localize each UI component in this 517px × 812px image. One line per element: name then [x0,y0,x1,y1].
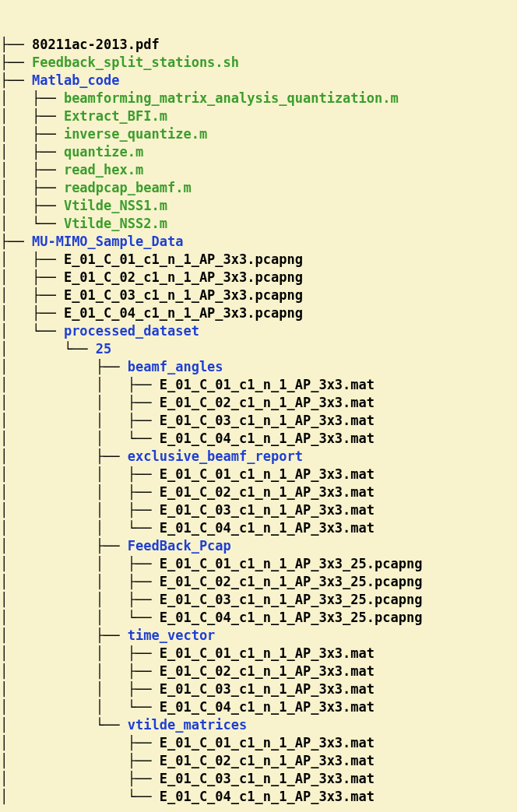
tree-prefix: │ ├── [0,304,64,322]
tree-row: │ └── E_01_C_04_c1_n_1_AP_3x3.mat [0,788,517,806]
tree-file: Vtilde_NSS2.m [64,215,167,233]
tree-prefix: ├── [0,54,32,72]
tree-row: │ └── 25 [0,340,517,358]
tree-prefix: │ │ ├── [0,376,160,394]
tree-prefix: │ │ ├── [0,394,160,412]
tree-prefix: │ ├── [0,269,64,286]
tree-row: │ ├── read_hex.m [0,161,517,179]
tree-file: Vtilde_NSS1.m [64,197,167,215]
tree-file: E_01_C_01_c1_n_1_AP_3x3.mat [160,734,375,752]
tree-file: E_01_C_01_c1_n_1_AP_3x3.mat [160,645,375,663]
tree-prefix: │ │ ├── [0,483,160,501]
tree-row: │ ├── E_01_C_03_c1_n_1_AP_3x3.mat [0,770,517,788]
tree-row: │ │ ├── E_01_C_01_c1_n_1_AP_3x3.mat [0,376,517,394]
tree-file: E_01_C_01_c1_n_1_AP_3x3.pcapng [64,251,303,269]
tree-file: E_01_C_02_c1_n_1_AP_3x3.mat [160,752,375,770]
tree-row: │ │ ├── E_01_C_01_c1_n_1_AP_3x3_25.pcapn… [0,555,517,573]
tree-file: readpcap_beamf.m [64,179,192,197]
tree-directory: exclusive_beamf_report [128,448,303,466]
tree-row: │ │ ├── E_01_C_02_c1_n_1_AP_3x3.mat [0,663,517,680]
tree-row: │ ├── beamforming_matrix_analysis_quanti… [0,90,517,107]
tree-prefix: │ ├── [0,752,160,770]
tree-prefix: │ ├── [0,90,64,107]
tree-prefix: │ │ ├── [0,591,160,609]
tree-prefix: │ ├── [0,448,128,466]
tree-file: inverse_quantize.m [64,125,207,143]
tree-row: │ └── vtilde_matrices [0,716,517,734]
tree-file: E_01_C_02_c1_n_1_AP_3x3.pcapng [64,269,303,286]
tree-row: │ ├── time_vector [0,627,517,645]
tree-prefix: │ ├── [0,125,64,143]
tree-prefix: │ └── [0,322,64,340]
tree-row: │ ├── Extract_BFI.m [0,107,517,125]
tree-file: Extract_BFI.m [64,107,167,125]
tree-prefix: │ ├── [0,107,64,125]
tree-file: E_01_C_04_c1_n_1_AP_3x3.mat [160,698,375,716]
tree-prefix: │ │ └── [0,430,160,448]
tree-file: E_01_C_02_c1_n_1_AP_3x3.mat [160,483,375,501]
tree-prefix: │ ├── [0,251,64,269]
tree-prefix: │ │ ├── [0,573,160,591]
tree-prefix: │ │ └── [0,519,160,537]
tree-file: E_01_C_01_c1_n_1_AP_3x3_25.pcapng [160,555,423,573]
tree-file: Feedback_split_stations.sh [32,54,239,72]
tree-row: │ │ ├── E_01_C_02_c1_n_1_AP_3x3.mat [0,394,517,412]
tree-file: E_01_C_03_c1_n_1_AP_3x3.mat [160,770,375,788]
tree-row: ├── Feedback_split_stations.sh [0,54,517,72]
tree-prefix: ├── [0,36,32,54]
tree-prefix: │ ├── [0,197,64,215]
tree-file: E_01_C_02_c1_n_1_AP_3x3_25.pcapng [160,573,423,591]
tree-prefix: ├── [0,233,32,251]
tree-row: │ ├── E_01_C_01_c1_n_1_AP_3x3.mat [0,734,517,752]
tree-row: │ │ ├── E_01_C_02_c1_n_1_AP_3x3.mat [0,483,517,501]
tree-row: │ ├── E_01_C_02_c1_n_1_AP_3x3.pcapng [0,269,517,286]
tree-row: │ ├── E_01_C_04_c1_n_1_AP_3x3.pcapng [0,304,517,322]
tree-prefix: ├── [0,72,32,90]
tree-file: E_01_C_03_c1_n_1_AP_3x3_25.pcapng [160,591,423,609]
tree-prefix: │ │ ├── [0,412,160,430]
tree-file: E_01_C_04_c1_n_1_AP_3x3.pcapng [64,304,303,322]
tree-row: │ └── Vtilde_NSS2.m [0,215,517,233]
tree-row: │ │ └── E_01_C_04_c1_n_1_AP_3x3.mat [0,519,517,537]
tree-row: │ ├── exclusive_beamf_report [0,448,517,466]
tree-directory: FeedBack_Pcap [128,537,231,555]
tree-row: │ │ └── E_01_C_04_c1_n_1_AP_3x3.mat [0,430,517,448]
tree-directory: vtilde_matrices [128,716,248,734]
tree-prefix: │ ├── [0,286,64,304]
tree-row: │ ├── inverse_quantize.m [0,125,517,143]
tree-file: E_01_C_04_c1_n_1_AP_3x3.mat [160,430,375,448]
tree-file: E_01_C_02_c1_n_1_AP_3x3.mat [160,663,375,680]
tree-prefix: │ │ ├── [0,645,160,663]
tree-file: 80211ac-2013.pdf [32,36,160,54]
tree-file: E_01_C_04_c1_n_1_AP_3x3.mat [160,519,375,537]
tree-row: │ ├── quantize.m [0,143,517,161]
tree-directory: time_vector [128,627,216,645]
tree-file: E_01_C_02_c1_n_1_AP_3x3.mat [160,394,375,412]
tree-row: │ │ ├── E_01_C_03_c1_n_1_AP_3x3.mat [0,680,517,698]
tree-directory: beamf_angles [128,358,223,376]
tree-directory: Matlab_code [32,72,120,90]
tree-directory: MU-MIMO_Sample_Data [32,233,183,251]
tree-prefix: │ ├── [0,161,64,179]
tree-file: beamforming_matrix_analysis_quantization… [64,90,399,107]
tree-file: E_01_C_03_c1_n_1_AP_3x3.mat [160,412,375,430]
tree-file: E_01_C_04_c1_n_1_AP_3x3.mat [160,788,375,806]
tree-file: E_01_C_01_c1_n_1_AP_3x3.mat [160,466,375,483]
tree-prefix: │ │ ├── [0,663,160,680]
tree-prefix: │ └── [0,788,160,806]
tree-row: │ ├── beamf_angles [0,358,517,376]
tree-row: │ │ └── E_01_C_04_c1_n_1_AP_3x3.mat [0,698,517,716]
tree-row: ├── MU-MIMO_Sample_Data [0,233,517,251]
tree-row: │ │ ├── E_01_C_03_c1_n_1_AP_3x3_25.pcapn… [0,591,517,609]
tree-prefix: │ │ └── [0,698,160,716]
tree-file: read_hex.m [64,161,143,179]
tree-prefix: │ ├── [0,627,128,645]
tree-row: │ ├── E_01_C_01_c1_n_1_AP_3x3.pcapng [0,251,517,269]
tree-directory: processed_dataset [64,322,199,340]
tree-row: │ ├── E_01_C_02_c1_n_1_AP_3x3.mat [0,752,517,770]
tree-prefix: │ │ └── [0,609,160,627]
tree-row: │ ├── readpcap_beamf.m [0,179,517,197]
tree-row: │ │ ├── E_01_C_03_c1_n_1_AP_3x3.mat [0,412,517,430]
tree-prefix: │ │ ├── [0,466,160,483]
tree-prefix: │ │ ├── [0,501,160,519]
